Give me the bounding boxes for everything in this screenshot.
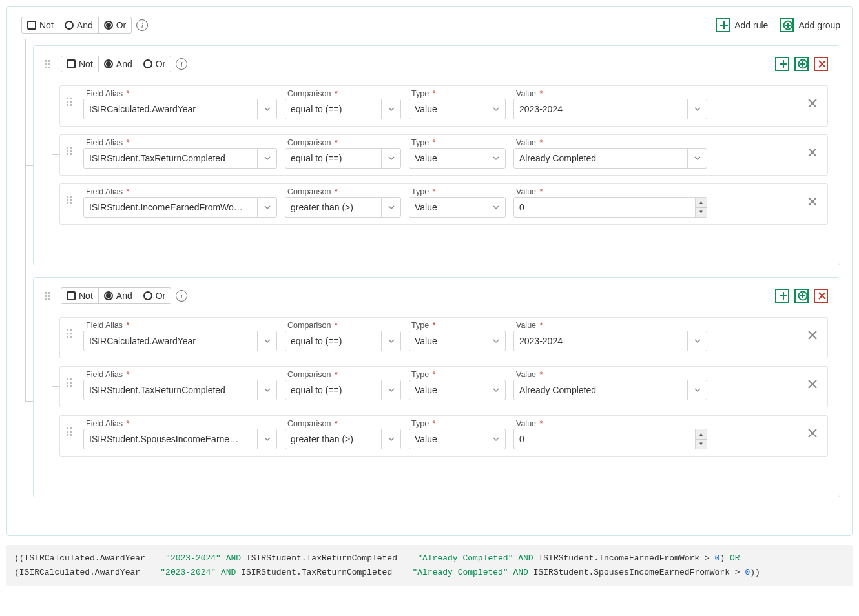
root-conjunction: Not And Or: [21, 17, 132, 34]
chevron-down-icon[interactable]: [381, 380, 400, 400]
chevron-down-icon[interactable]: [257, 149, 276, 168]
comparison-select[interactable]: greater than (>): [285, 429, 401, 449]
delete-rule-button[interactable]: [804, 378, 821, 392]
drag-handle[interactable]: [67, 196, 72, 204]
comparison-select[interactable]: equal to (==): [285, 148, 401, 169]
add-rule-icon-button[interactable]: [775, 289, 789, 303]
chevron-down-icon[interactable]: [257, 380, 276, 400]
or-toggle[interactable]: Or: [138, 288, 171, 303]
chevron-down-icon[interactable]: [257, 331, 276, 351]
value-select[interactable]: 2023-2024: [513, 331, 707, 351]
plus-circle-icon: [780, 18, 794, 32]
chevron-down-icon[interactable]: [381, 198, 400, 217]
info-icon[interactable]: i: [176, 290, 187, 302]
comparison-select[interactable]: equal to (==): [285, 380, 401, 400]
not-toggle[interactable]: Not: [61, 288, 98, 303]
chevron-down-icon[interactable]: [381, 149, 400, 168]
field_alias-value: ISIRStudent.TaxReturnCompleted: [84, 149, 257, 168]
comparison-select[interactable]: equal to (==): [285, 331, 401, 351]
or-toggle[interactable]: Or: [138, 56, 171, 72]
tree-line: [25, 39, 26, 401]
value-label: Value *: [516, 138, 707, 147]
chevron-down-icon[interactable]: [486, 198, 505, 217]
field_alias-value: ISIRStudent.TaxReturnCompleted: [84, 380, 257, 400]
drag-handle[interactable]: [67, 98, 72, 106]
not-toggle[interactable]: Not: [22, 17, 59, 33]
rule-row: Field Alias *ISIRStudent.SpousesIncomeEa…: [59, 415, 828, 457]
add-group-icon-button[interactable]: [794, 57, 809, 71]
chevron-down-icon[interactable]: [687, 331, 707, 351]
field_alias-select[interactable]: ISIRCalculated.AwardYear: [83, 99, 277, 119]
drag-handle[interactable]: [67, 378, 72, 387]
type-select[interactable]: Value: [409, 380, 506, 400]
rule-row: Field Alias *ISIRStudent.TaxReturnComple…: [59, 134, 828, 176]
value-select[interactable]: 2023-2024: [513, 99, 707, 119]
chevron-down-icon[interactable]: [381, 429, 400, 449]
info-icon[interactable]: i: [176, 58, 187, 70]
chevron-down-icon[interactable]: [486, 331, 505, 351]
type-select[interactable]: Value: [409, 197, 506, 218]
not-label: Not: [39, 20, 54, 30]
comparison-select[interactable]: equal to (==): [285, 99, 401, 119]
field_alias-select[interactable]: ISIRCalculated.AwardYear: [83, 331, 277, 351]
delete-group-button[interactable]: [814, 57, 828, 71]
number-spinner[interactable]: ▲▼: [695, 198, 707, 217]
chevron-down-icon[interactable]: [687, 99, 707, 119]
value-label: Value *: [516, 321, 707, 330]
chevron-down-icon[interactable]: [381, 331, 400, 351]
drag-handle[interactable]: [45, 292, 50, 300]
chevron-down-icon[interactable]: [381, 99, 400, 119]
and-toggle[interactable]: And: [98, 288, 138, 303]
type-select[interactable]: Value: [409, 99, 506, 119]
chevron-down-icon[interactable]: [486, 149, 505, 168]
add-rule-button[interactable]: Add rule: [716, 18, 768, 32]
chevron-down-icon[interactable]: [486, 99, 505, 119]
drag-handle[interactable]: [67, 329, 72, 338]
chevron-down-icon[interactable]: [257, 198, 276, 217]
field_alias-select[interactable]: ISIRStudent.TaxReturnCompleted: [83, 148, 277, 169]
chevron-down-icon[interactable]: [257, 429, 276, 449]
chevron-down-icon[interactable]: [687, 380, 707, 400]
and-toggle[interactable]: And: [59, 17, 98, 33]
add-rule-icon-button[interactable]: [775, 57, 789, 71]
add-group-button[interactable]: Add group: [780, 18, 840, 32]
delete-rule-button[interactable]: [804, 98, 821, 111]
delete-rule-button[interactable]: [804, 196, 821, 209]
field_alias-select[interactable]: ISIRStudent.SpousesIncomeEarne…: [83, 429, 277, 449]
checkbox-icon: [27, 21, 36, 30]
field_alias-select[interactable]: ISIRStudent.IncomeEarnedFromWo…: [83, 197, 277, 218]
plus-icon: [716, 18, 730, 32]
number-spinner[interactable]: ▲▼: [695, 429, 707, 449]
chevron-down-icon[interactable]: [257, 99, 276, 119]
value-number-input[interactable]: 0▲▼: [513, 197, 707, 218]
and-toggle[interactable]: And: [98, 56, 138, 72]
drag-handle[interactable]: [67, 427, 72, 436]
field_alias-label: Field Alias *: [86, 419, 277, 428]
chevron-down-icon[interactable]: [687, 149, 707, 168]
drag-handle[interactable]: [45, 60, 50, 68]
type-select[interactable]: Value: [409, 148, 506, 169]
delete-group-button[interactable]: [814, 289, 828, 303]
value-number-input[interactable]: 0▲▼: [513, 429, 707, 449]
field_alias-select[interactable]: ISIRStudent.TaxReturnCompleted: [83, 380, 277, 400]
rule-row: Field Alias *ISIRCalculated.AwardYearCom…: [59, 85, 828, 127]
info-icon[interactable]: i: [136, 19, 148, 31]
add-group-icon-button[interactable]: [794, 289, 809, 303]
value-select[interactable]: Already Completed: [513, 148, 707, 169]
delete-rule-button[interactable]: [804, 427, 821, 441]
rule-group: NotAndOriField Alias *ISIRCalculated.Awa…: [33, 45, 840, 265]
or-toggle[interactable]: Or: [98, 17, 132, 33]
radio-icon: [104, 291, 113, 300]
not-toggle[interactable]: Not: [61, 56, 98, 72]
or-label: Or: [116, 20, 127, 30]
type-select[interactable]: Value: [409, 429, 506, 449]
comparison-select[interactable]: greater than (>): [285, 197, 401, 218]
delete-rule-button[interactable]: [804, 329, 821, 343]
type-select[interactable]: Value: [409, 331, 506, 351]
drag-handle[interactable]: [67, 147, 72, 155]
value-select[interactable]: Already Completed: [513, 380, 707, 400]
delete-rule-button[interactable]: [804, 147, 821, 160]
chevron-down-icon[interactable]: [486, 429, 505, 449]
chevron-down-icon[interactable]: [486, 380, 505, 400]
value-label: Value *: [516, 89, 707, 98]
